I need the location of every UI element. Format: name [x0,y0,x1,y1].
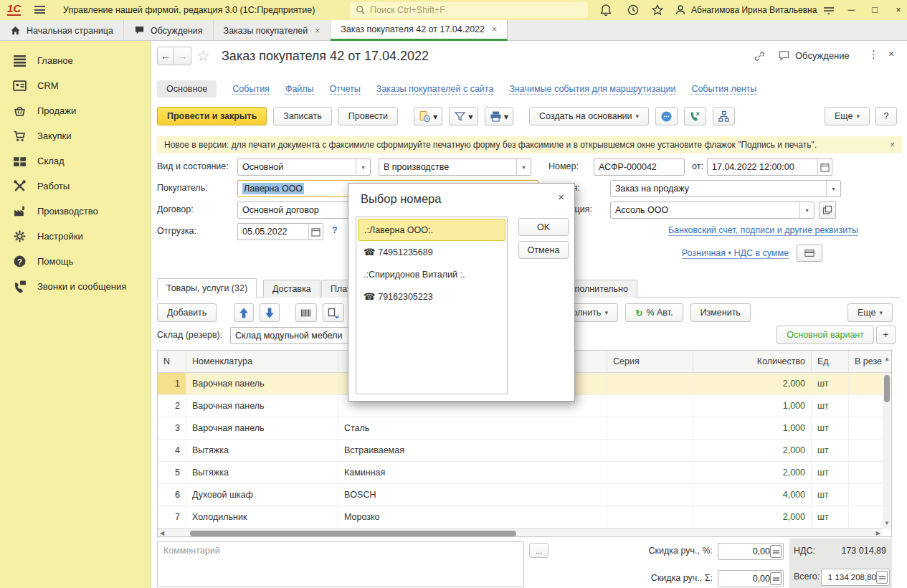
move-down-button[interactable] [260,303,280,322]
scrollbar-thumb[interactable] [190,531,516,536]
notifications-bell-icon[interactable] [599,4,612,16]
favorite-star-icon[interactable]: ☆ [196,47,210,65]
payment-card-button[interactable] [797,245,822,262]
sidebar-item-settings[interactable]: Настройки [0,224,151,249]
variant-button[interactable]: Основной вариант [777,326,874,344]
table-vertical-scrollbar[interactable]: ▲ ▼ [883,373,891,528]
calendar-icon[interactable] [308,224,323,240]
comment-expand-button[interactable]: ... [529,543,549,558]
scroll-right-icon[interactable]: ▶ [876,530,880,536]
table-row[interactable]: 4ВытяжкаВстраиваемая2,000шт [158,440,891,462]
tab-discussions[interactable]: Обсуждения [124,20,214,41]
scroll-left-icon[interactable]: ◀ [160,530,164,536]
chevron-down-icon[interactable]: ▾ [516,159,531,175]
state-select[interactable]: ▾ [379,158,531,176]
history-icon[interactable] [627,4,640,16]
post-and-close-button[interactable]: Провести и закрыть [157,107,267,125]
sidebar-item-purchases[interactable]: Закупки [0,123,151,148]
col-nomenclature[interactable]: Номенклатура [186,351,338,372]
sidebar-item-main[interactable]: Главное [0,48,151,73]
col-unit[interactable]: Ед. [812,351,849,372]
doc-register-dropdown-button[interactable]: ▾ [414,107,442,125]
cancel-button[interactable]: Отмена [518,241,569,259]
bank-account-link[interactable]: Банковский счет, подписи и другие реквиз… [668,225,858,236]
items-more-button[interactable]: Еще▾ [847,303,893,322]
shipment-date-input[interactable] [237,223,323,240]
org-structure-button[interactable] [713,107,735,125]
chevron-down-icon[interactable]: ▾ [356,159,370,175]
table-horizontal-scrollbar[interactable]: ◀ ▶ [158,528,883,536]
table-row[interactable]: 7ХолодильникМорозко2,000шт [158,506,891,528]
service-menu-icon[interactable] [822,4,835,16]
ok-button[interactable]: OK [518,218,569,236]
shipment-help-icon[interactable]: ? [332,225,338,235]
add-row-button[interactable]: Добавить [157,303,217,322]
barcode-scan-button[interactable] [295,303,317,322]
organization-select[interactable]: ▾ [610,201,815,219]
sidebar-item-works[interactable]: Работы [0,174,151,199]
discount-sum-input[interactable] [718,570,784,587]
nav-tab-main[interactable]: Основное [157,80,217,98]
open-organization-button[interactable] [819,201,836,219]
table-row[interactable]: 5ВытяжкаКаминная2,000шт [158,462,891,484]
scrollbar-thumb[interactable] [884,375,890,402]
sidebar-item-crm[interactable]: CRM [0,73,151,98]
date-input[interactable] [707,158,832,176]
print-dropdown-button[interactable]: ▾ [485,107,513,125]
nav-tab-events[interactable]: События [232,84,270,95]
discussion-button[interactable]: Обсуждение [778,49,850,62]
current-user-name[interactable]: Абнагимова Ирина Витальевна [691,5,817,15]
tab-current-order[interactable]: Заказ покупателя 42 от 17.04.2022 × [331,20,508,41]
sidebar-item-production[interactable]: Производство [0,199,151,224]
pick-items-button[interactable] [323,303,344,322]
price-type-vat-link[interactable]: Розничная • НДС в сумме [682,248,789,259]
back-button[interactable]: ← [157,47,174,65]
send-message-button[interactable] [655,107,678,125]
number-input[interactable] [594,158,685,176]
number-list-item[interactable]: 74951235689 [358,241,505,263]
scroll-down-icon[interactable]: ▼ [884,520,890,526]
favorites-star-icon[interactable] [651,4,664,16]
nav-tab-routing-events[interactable]: Значимые события для маршрутизации [509,84,675,95]
col-reserve[interactable]: В резе [849,351,883,372]
forward-button[interactable]: → [174,47,191,65]
write-button[interactable]: Записать [273,107,331,125]
col-n[interactable]: N [158,351,186,372]
user-icon[interactable] [674,4,687,16]
close-window-button[interactable]: × [892,4,905,16]
nav-tab-reports[interactable]: Отчеты [330,84,361,95]
scroll-up-icon[interactable]: ▲ [884,356,890,362]
nav-tab-site-orders[interactable]: Заказы покупателей с сайта [376,84,494,95]
help-button[interactable]: ? [875,107,897,125]
sidebar-item-calls-messages[interactable]: Звонки и сообщения [0,274,151,299]
sidebar-item-warehouse[interactable]: Склад [0,148,151,174]
sidebar-item-help[interactable]: ? Помощь [0,249,151,274]
col-quantity[interactable]: Количество [693,351,812,372]
table-row[interactable]: 6Духовой шкафBOSCH4,000шт [158,484,891,506]
auto-discount-button[interactable]: ↻% Авт. [625,303,683,322]
close-tab-icon[interactable]: × [315,26,320,36]
change-button[interactable]: Изменить [690,303,751,322]
tab-delivery[interactable]: Доставка [263,280,320,298]
close-tab-icon[interactable]: × [492,24,497,34]
minimize-button[interactable]: ─ [845,4,858,16]
global-search-input[interactable]: Поиск Ctrl+Shift+F [350,2,588,18]
col-series[interactable]: Серия [607,351,693,372]
move-up-button[interactable] [234,303,254,322]
filter-dropdown-button[interactable]: ▾ [449,107,478,125]
kebab-menu-icon[interactable]: ⋮ [868,48,880,61]
add-variant-button[interactable]: + [876,326,896,344]
calculator-icon[interactable] [770,572,782,585]
nav-tab-feed-events[interactable]: События ленты [691,84,756,95]
more-button[interactable]: Еще▾ [825,107,870,125]
tab-customer-orders[interactable]: Заказы покупателей × [214,20,331,41]
discount-pct-input[interactable] [718,543,784,560]
nav-tab-files[interactable]: Файлы [285,84,314,95]
maximize-button[interactable]: □ [868,4,881,16]
post-button[interactable]: Провести [338,107,398,125]
tab-home[interactable]: Начальная страница [0,20,124,41]
close-notice-icon[interactable]: × [890,140,895,150]
tab-goods-services[interactable]: Товары, услуги (32) [157,278,257,298]
create-based-on-button[interactable]: Создать на основании ▾ [529,107,649,125]
calculator-icon[interactable] [876,571,888,584]
